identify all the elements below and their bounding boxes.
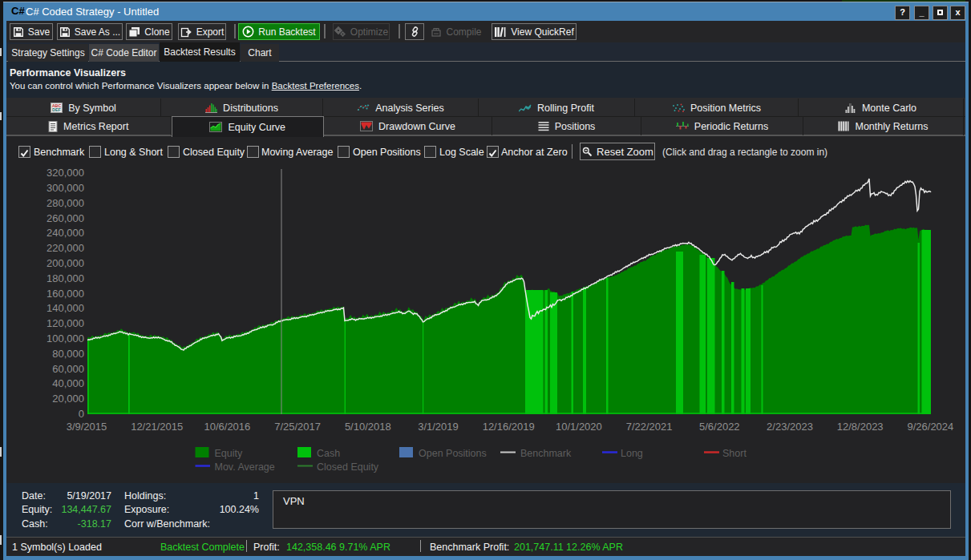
svg-text:Long: Long <box>621 448 643 459</box>
svg-text:160,000: 160,000 <box>47 288 84 300</box>
svg-text:7/22/2021: 7/22/2021 <box>626 421 673 433</box>
svg-text:5/6/2022: 5/6/2022 <box>699 421 740 433</box>
svg-text:Cash: Cash <box>317 448 340 459</box>
svg-text:280,000: 280,000 <box>47 197 84 209</box>
svg-text:120,000: 120,000 <box>47 317 84 329</box>
svg-text:9/26/2024: 9/26/2024 <box>907 421 953 433</box>
svg-text:7/25/2017: 7/25/2017 <box>274 421 321 433</box>
svg-text:DEF: DEF <box>52 107 61 112</box>
svg-text:320,000: 320,000 <box>47 167 84 179</box>
svg-text:12/8/2023: 12/8/2023 <box>837 421 884 433</box>
svg-text:80,000: 80,000 <box>52 348 84 360</box>
svg-text:Closed Equity: Closed Equity <box>317 461 379 473</box>
svg-text:260,000: 260,000 <box>47 212 84 224</box>
svg-text:Benchmark: Benchmark <box>520 448 572 459</box>
svg-text:180,000: 180,000 <box>47 272 84 284</box>
svg-text:40,000: 40,000 <box>52 377 84 389</box>
svg-text:12/21/2015: 12/21/2015 <box>131 421 183 433</box>
svg-text:2/23/2023: 2/23/2023 <box>767 421 813 433</box>
svg-text:3/1/2019: 3/1/2019 <box>418 421 459 433</box>
svg-text:10/1/2020: 10/1/2020 <box>556 421 602 433</box>
svg-text:5/10/2018: 5/10/2018 <box>345 421 391 433</box>
svg-text:200,000: 200,000 <box>47 257 84 269</box>
svg-text:60,000: 60,000 <box>52 363 84 375</box>
svg-text:Mov. Average: Mov. Average <box>215 461 275 473</box>
svg-text:220,000: 220,000 <box>47 242 84 254</box>
svg-text:0: 0 <box>79 408 84 420</box>
svg-text:12/16/2019: 12/16/2019 <box>483 421 535 433</box>
svg-text:240,000: 240,000 <box>47 227 84 239</box>
svg-text:3/9/2015: 3/9/2015 <box>67 421 107 433</box>
svg-text:Open Positions: Open Positions <box>419 448 487 459</box>
svg-text:10/6/2016: 10/6/2016 <box>204 421 250 433</box>
svg-text:Short: Short <box>722 448 746 459</box>
svg-text:100,000: 100,000 <box>47 332 84 344</box>
svg-text:140,000: 140,000 <box>47 302 84 314</box>
svg-text:20,000: 20,000 <box>52 393 84 405</box>
svg-text:Equity: Equity <box>215 448 243 459</box>
svg-text:300,000: 300,000 <box>47 182 84 194</box>
